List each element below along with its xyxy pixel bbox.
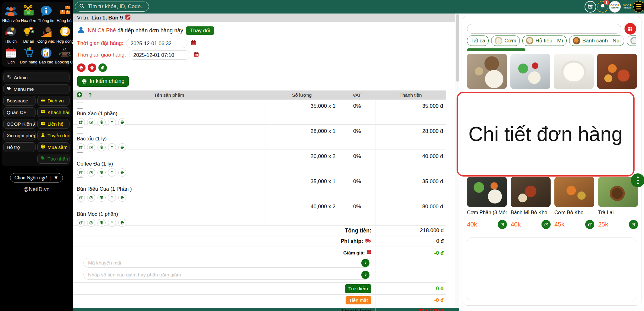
app-du-an[interactable]: Dự án xyxy=(20,26,37,44)
globe-icon xyxy=(41,144,45,150)
global-search[interactable] xyxy=(75,2,149,12)
qr-grid-button[interactable] xyxy=(625,23,636,35)
product-card[interactable]: Bánh Mì Bò Kho 40k xyxy=(511,177,551,229)
food-photo-stew[interactable] xyxy=(597,54,637,89)
deduct-points-button[interactable]: Trừ điểm xyxy=(345,284,371,293)
copy-order-button[interactable] xyxy=(98,63,107,72)
sidebar-item-mua-sam[interactable]: Mua sắm xyxy=(37,142,69,152)
row-checkbox[interactable] xyxy=(77,152,83,159)
sidebar-item-khach-hang[interactable]: Khách hàng xyxy=(37,107,69,117)
product-photo xyxy=(511,177,551,207)
app-lich[interactable]: Lịch xyxy=(2,46,20,64)
more-options-button[interactable] xyxy=(631,173,644,187)
product-vat: 0% xyxy=(339,200,375,227)
add-product-button[interactable] xyxy=(541,220,551,229)
sidebar-item-menu-me[interactable]: Menu me xyxy=(3,84,69,94)
scrollbar-thumb[interactable] xyxy=(456,14,459,82)
sort-up-button[interactable] xyxy=(87,92,93,98)
delivery-time-input[interactable] xyxy=(129,50,190,60)
edit-location-icon[interactable] xyxy=(125,14,131,22)
product-card[interactable]: Trà Lai 25k xyxy=(598,177,638,229)
food-photo-bento[interactable] xyxy=(467,54,507,89)
category-tat-ca[interactable]: Tất cả xyxy=(467,35,489,46)
order-time-input[interactable] xyxy=(126,39,187,48)
order-detail-main: Vị trí: Lầu 1, Bàn 9 Nồi Cà Phê đã tiếp … xyxy=(73,14,455,308)
serve-food-button[interactable] xyxy=(88,63,96,72)
delivery-time-label: Thời gian giao hàng: xyxy=(77,52,126,58)
category-thumb xyxy=(630,37,636,45)
row-checkbox[interactable] xyxy=(77,177,83,184)
app-thong-tin[interactable]: Thông tin xyxy=(37,5,55,23)
row-checkbox[interactable] xyxy=(77,102,83,109)
location-value: Lầu 1, Bàn 9 xyxy=(92,15,123,21)
sidebar-item-tao-nhan[interactable]: Tạo nhãn xyxy=(37,154,69,164)
product-price: 40k xyxy=(467,221,477,228)
app-don-hang[interactable]: Đơn hàng xyxy=(20,46,37,64)
app-bao-cao[interactable]: Báo cáo xyxy=(37,46,55,64)
app-nhan-vien[interactable]: Nhân viên xyxy=(2,5,20,23)
sidebar-item-admin[interactable]: Admin xyxy=(3,73,69,82)
app-hoa-don[interactable]: Hóa đơn xyxy=(20,5,37,23)
product-card[interactable]: Cơm Phần (3 Món) 40k xyxy=(467,177,507,229)
language-selector[interactable]: Chọn Ngôn ngữ | ▼ xyxy=(10,173,63,183)
row-checkbox[interactable] xyxy=(77,127,83,134)
store-button[interactable] xyxy=(585,1,596,13)
ocop-logo-badge[interactable]: OCOP KIÊN AN xyxy=(609,1,621,13)
category-bun[interactable]: Bún xyxy=(627,35,636,46)
sidebar-item-tuyen-dung[interactable]: Tuyển dụng xyxy=(37,131,69,140)
discount-grid-icon[interactable] xyxy=(367,250,371,255)
chips-scrollbar[interactable] xyxy=(467,48,525,51)
sidebar: Nhân viên Hóa đơn Thông tin Hàng hóa Thu… xyxy=(0,0,73,311)
sidebar-item-quan-cf[interactable]: Quán CF xyxy=(3,107,36,117)
menu-search-input[interactable] xyxy=(467,24,621,34)
category-banh-canh-nui[interactable]: Bánh canh - Nui xyxy=(569,35,624,46)
apply-promo-button[interactable] xyxy=(361,259,369,267)
edit-item-button[interactable] xyxy=(87,219,95,227)
apply-discount-button[interactable] xyxy=(361,271,369,279)
search-input[interactable] xyxy=(88,3,143,10)
app-booking-cf[interactable]: Booking CF xyxy=(55,46,75,64)
chevron-down-icon: ▼ xyxy=(53,175,58,181)
add-product-button[interactable] xyxy=(498,220,507,229)
print-item-button[interactable] xyxy=(118,219,126,227)
sidebar-item-lien-he[interactable]: Liên hệ xyxy=(37,119,69,129)
add-product-button[interactable] xyxy=(585,220,594,229)
sidebar-item-dich-vu[interactable]: Dịch vụ xyxy=(37,96,69,106)
add-item-button[interactable] xyxy=(76,91,83,99)
manual-discount-input[interactable] xyxy=(83,270,370,280)
delete-item-button[interactable] xyxy=(97,219,106,227)
notifications-button[interactable]: 1 xyxy=(597,1,608,13)
category-com[interactable]: Cơm xyxy=(491,35,520,46)
total-label: Tổng tiền: xyxy=(73,227,375,234)
calendar-icon[interactable] xyxy=(190,40,197,47)
product-vat: 0% xyxy=(339,125,375,151)
category-hu-tieu-mi[interactable]: Hủ tiếu - Mì xyxy=(522,35,567,46)
sidebar-item-ho-tro[interactable]: Hỗ trợ xyxy=(3,142,36,152)
app-hang-hoa[interactable]: Hàng hóa xyxy=(55,5,75,23)
print-check-button[interactable]: In kiểm chứng xyxy=(77,76,129,87)
sidebar-item-ocop-kien-an[interactable]: OCOP Kiên An xyxy=(3,119,36,129)
row-checkbox[interactable] xyxy=(77,203,83,209)
sidebar-item-bosspage[interactable]: Bosspage xyxy=(3,96,36,106)
move-up-item-button[interactable] xyxy=(108,219,116,227)
app-thu-chi[interactable]: Thu chi xyxy=(2,26,20,44)
hamburger-menu-button[interactable] xyxy=(633,1,644,13)
cash-button[interactable]: Tiền mặt xyxy=(346,296,371,304)
product-card[interactable]: Cơm Bò Kho 45k xyxy=(554,177,594,229)
promo-code-input[interactable] xyxy=(83,258,370,268)
food-photo-rice-bowl[interactable] xyxy=(554,54,594,89)
ocop-avatar[interactable]: OCOP KIÊN AN xyxy=(621,1,633,13)
col-vat-header: VAT xyxy=(339,92,375,98)
calendar-icon[interactable] xyxy=(193,51,199,59)
sidebar-item-xin-nghi-phep[interactable]: Xin nghỉ phép xyxy=(3,131,36,140)
add-product-button[interactable] xyxy=(629,220,638,229)
food-photo-lunchbox[interactable] xyxy=(510,54,550,89)
print-kitchen-button[interactable] xyxy=(77,63,86,72)
change-assignee-button[interactable]: Thay đổi xyxy=(186,26,214,35)
idea-gears-icon xyxy=(22,26,35,38)
app-hop-dong[interactable]: Hợp đồng xyxy=(55,26,75,44)
app-cong-viec[interactable]: Công việc xyxy=(37,26,55,44)
truck-icon[interactable] xyxy=(365,237,371,245)
discount-value: -0 đ xyxy=(375,249,446,280)
open-item-button[interactable] xyxy=(77,219,85,227)
